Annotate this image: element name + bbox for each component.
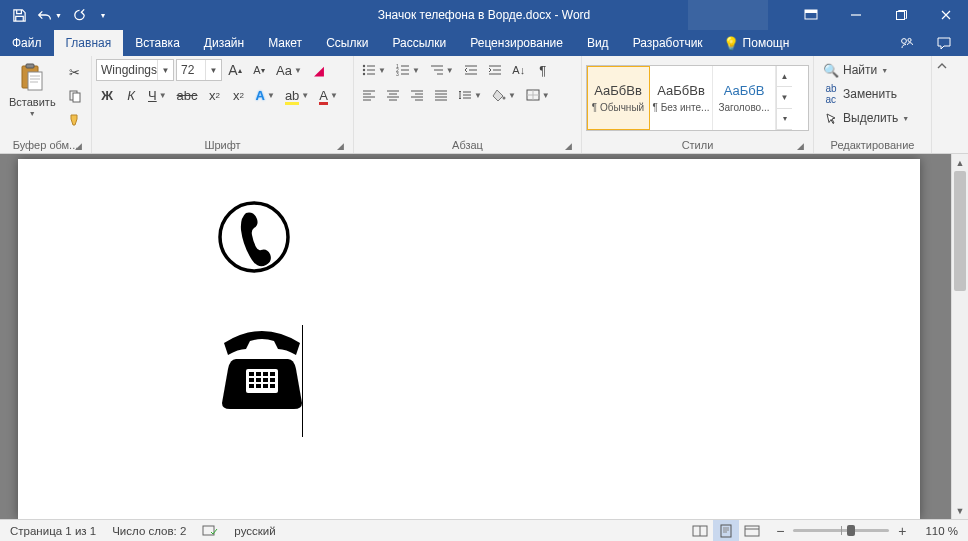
numbering-button[interactable]: 123▼ <box>392 59 424 81</box>
close-button[interactable] <box>923 0 968 30</box>
tab-design[interactable]: Дизайн <box>192 30 256 56</box>
styles-more[interactable]: ▾ <box>776 109 792 130</box>
tab-insert[interactable]: Вставка <box>123 30 192 56</box>
align-left-button[interactable] <box>358 84 380 106</box>
ribbon-options-button[interactable] <box>788 0 833 30</box>
svg-rect-1 <box>805 10 817 13</box>
tab-file[interactable]: Файл <box>0 30 54 56</box>
font-size-dropdown[interactable]: ▼ <box>205 60 221 80</box>
grow-font-button[interactable]: A▴ <box>224 59 246 81</box>
undo-button[interactable]: ▼ <box>36 2 62 28</box>
document-page[interactable] <box>18 159 920 519</box>
minimize-button[interactable] <box>833 0 878 30</box>
change-case-button[interactable]: Aa▼ <box>272 59 306 81</box>
superscript-button[interactable]: x2 <box>228 84 250 106</box>
style-no-spacing[interactable]: АаБбВв ¶ Без инте... <box>650 66 713 130</box>
styles-row-up[interactable]: ▲ <box>776 66 792 87</box>
bullets-button[interactable]: ▼ <box>358 59 390 81</box>
comments-button[interactable] <box>926 30 962 56</box>
tab-references[interactable]: Ссылки <box>314 30 380 56</box>
replace-button[interactable]: abac Заменить <box>818 83 927 105</box>
paste-button[interactable]: Вставить ▼ <box>4 59 61 120</box>
chevron-up-icon <box>936 60 948 72</box>
account-indicator[interactable] <box>688 0 768 30</box>
ribbon-options-icon <box>804 9 818 21</box>
zoom-in-button[interactable]: + <box>893 523 911 539</box>
show-marks-button[interactable]: ¶ <box>532 59 554 81</box>
style-heading1[interactable]: АаБбВ Заголово... <box>713 66 776 130</box>
align-right-button[interactable] <box>406 84 428 106</box>
svg-rect-7 <box>26 64 34 68</box>
decrease-indent-button[interactable] <box>460 59 482 81</box>
vertical-scrollbar[interactable]: ▲ ▼ <box>951 154 968 519</box>
style-normal[interactable]: АаБбВв ¶ Обычный <box>587 66 650 130</box>
font-launcher[interactable]: ◢ <box>333 139 347 153</box>
status-spellcheck[interactable] <box>194 520 226 541</box>
scroll-up-button[interactable]: ▲ <box>952 154 968 171</box>
scroll-thumb[interactable] <box>954 171 966 291</box>
status-words[interactable]: Число слов: 2 <box>104 520 194 541</box>
view-read-mode[interactable] <box>687 520 713 542</box>
zoom-level[interactable]: 110 % <box>917 520 966 541</box>
strikethrough-button[interactable]: abc <box>173 84 202 106</box>
shading-button[interactable]: ▼ <box>488 84 520 106</box>
status-language[interactable]: русский <box>226 520 283 541</box>
clipboard-launcher[interactable]: ◢ <box>71 139 85 153</box>
view-web-layout[interactable] <box>739 520 765 542</box>
ribbon: Вставить ▼ ✂ Буфер обм...◢ Wingdings ▼ 7… <box>0 56 968 154</box>
scroll-down-button[interactable]: ▼ <box>952 502 968 519</box>
svg-rect-8 <box>28 72 42 90</box>
font-name-combo[interactable]: Wingdings ▼ <box>96 59 174 81</box>
font-color-button[interactable]: A▼ <box>315 84 342 106</box>
tab-layout[interactable]: Макет <box>256 30 314 56</box>
zoom-out-button[interactable]: − <box>771 523 789 539</box>
multilevel-button[interactable]: ▼ <box>426 59 458 81</box>
status-page[interactable]: Страница 1 из 1 <box>2 520 104 541</box>
select-button[interactable]: Выделить ▼ <box>818 107 927 129</box>
bold-button[interactable]: Ж <box>96 84 118 106</box>
save-button[interactable] <box>6 2 32 28</box>
justify-button[interactable] <box>430 84 452 106</box>
tell-me[interactable]: 💡 Помощн <box>715 30 798 56</box>
borders-button[interactable]: ▼ <box>522 84 554 106</box>
text-effects-button[interactable]: A▼ <box>252 84 279 106</box>
tab-home[interactable]: Главная <box>54 30 124 56</box>
underline-button[interactable]: Ч▼ <box>144 84 171 106</box>
tab-review[interactable]: Рецензирование <box>458 30 575 56</box>
tab-mailings[interactable]: Рассылки <box>380 30 458 56</box>
view-print-layout[interactable] <box>713 520 739 542</box>
align-center-button[interactable] <box>382 84 404 106</box>
clear-formatting-button[interactable]: ◢ <box>308 59 330 81</box>
maximize-button[interactable] <box>878 0 923 30</box>
font-size-combo[interactable]: 72 ▼ <box>176 59 222 81</box>
share-button[interactable] <box>888 30 924 56</box>
italic-button[interactable]: К <box>120 84 142 106</box>
tab-view[interactable]: Вид <box>575 30 621 56</box>
paragraph-launcher[interactable]: ◢ <box>561 139 575 153</box>
redo-button[interactable] <box>66 2 92 28</box>
sort-button[interactable]: A↓ <box>508 59 530 81</box>
align-right-icon <box>410 89 424 101</box>
highlight-button[interactable]: ab▼ <box>281 84 313 106</box>
zoom-slider[interactable] <box>793 529 889 532</box>
find-button[interactable]: 🔍 Найти ▼ <box>818 59 927 81</box>
subscript-button[interactable]: x2 <box>204 84 226 106</box>
tab-developer[interactable]: Разработчик <box>621 30 715 56</box>
cut-button[interactable]: ✂ <box>64 61 86 83</box>
borders-icon <box>526 89 540 101</box>
find-icon: 🔍 <box>823 63 839 78</box>
highlight-icon: ab <box>285 88 299 103</box>
styles-row-down[interactable]: ▼ <box>776 87 792 108</box>
line-spacing-button[interactable]: ▼ <box>454 84 486 106</box>
qat-customize-button[interactable]: ▾ <box>96 2 110 28</box>
format-painter-button[interactable] <box>64 109 86 131</box>
copy-button[interactable] <box>64 85 86 107</box>
font-name-dropdown[interactable]: ▼ <box>157 60 173 80</box>
status-bar: Страница 1 из 1 Число слов: 2 русский − … <box>0 519 968 541</box>
increase-indent-button[interactable] <box>484 59 506 81</box>
shrink-font-button[interactable]: A▾ <box>248 59 270 81</box>
scroll-track[interactable] <box>952 171 968 502</box>
styles-launcher[interactable]: ◢ <box>793 139 807 153</box>
collapse-ribbon-button[interactable] <box>932 56 952 153</box>
zoom-thumb[interactable] <box>847 525 855 536</box>
